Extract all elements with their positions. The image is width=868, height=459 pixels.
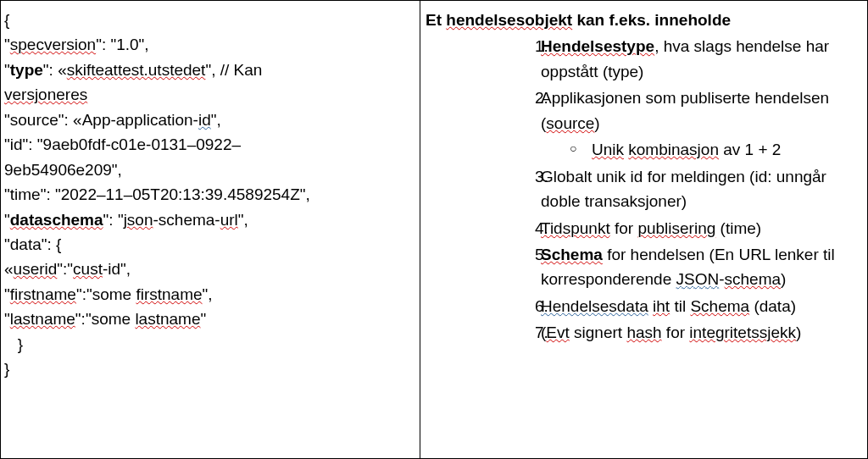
code-line: versjoneres: [4, 82, 415, 107]
code-line: "firstname":"some firstname",: [4, 282, 415, 307]
list-item: Tidspunkt for publisering (time): [553, 216, 854, 241]
list-item: Hendelsestype, hva slags hendelse har op…: [553, 34, 854, 84]
code-line: }: [4, 357, 415, 381]
list-item: Applikasjonen som publiserte hendelsen (…: [553, 86, 854, 162]
code-line: }: [4, 332, 415, 357]
sub-list-item: Unik kombinasjon av 1 + 2: [592, 137, 854, 162]
code-line: "type": «skifteattest.utstedet", // Kan: [4, 58, 415, 82]
list-item: Schema for hendelsen (En URL lenker til …: [553, 242, 854, 292]
code-line: "source": «App-application-id",: [4, 108, 415, 132]
code-line: "time": "2022–11–05T20:13:39.4589254Z",: [4, 182, 415, 207]
list-item: Globalt unik id for meldingen (id: unngå…: [553, 164, 854, 214]
code-line: "lastname":"some lastname": [4, 307, 415, 331]
right-header: Et hendelsesobjekt kan f.eks. inneholde: [426, 8, 862, 32]
list-item: (Evt signert hash for integritetssjekk): [553, 320, 854, 345]
numbered-list: Hendelsestype, hva slags hendelse har op…: [426, 34, 862, 345]
code-line: "data": {: [4, 232, 415, 257]
left-column: { "specversion": "1.0", "type": «skiftea…: [0, 0, 420, 459]
code-line: «userid":"cust-id",: [4, 257, 415, 281]
code-line: "dataschema": "json-schema-url",: [4, 207, 415, 232]
code-line: "specversion": "1.0",: [4, 32, 415, 57]
code-line: 9eb54906e209",: [4, 158, 415, 182]
code-line: {: [4, 8, 415, 32]
code-line: "id": "9aeb0fdf-c01e-0131–0922–: [4, 132, 415, 157]
list-item: Hendelsesdata iht til Schema (data): [553, 294, 854, 318]
sub-list: Unik kombinasjon av 1 + 2: [541, 137, 854, 162]
right-column: Et hendelsesobjekt kan f.eks. inneholde …: [420, 0, 868, 459]
